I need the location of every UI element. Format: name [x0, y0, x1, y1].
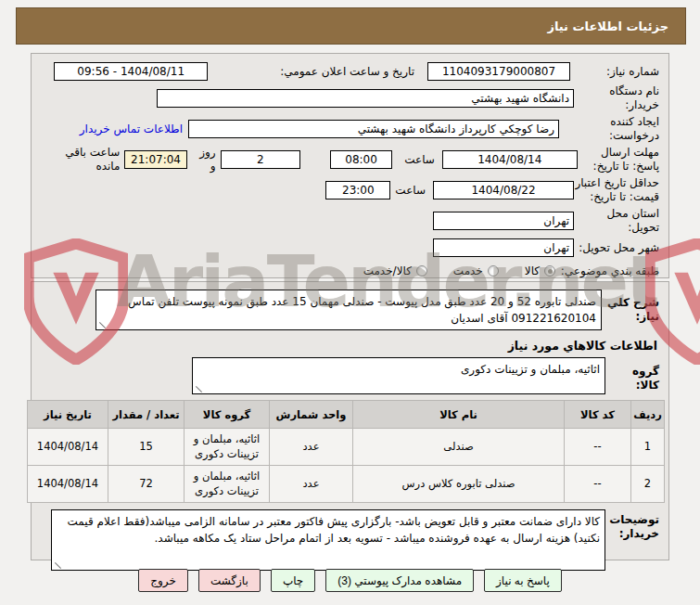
price-validity-date-field[interactable]: 1404/08/22 [433, 181, 574, 200]
buyer-contact-link[interactable]: اطلاعات تماس خريدار [80, 122, 183, 135]
row-buyer-org: نام دستگاه خريدار: دانشگاه شهيد بهشتي [41, 84, 659, 112]
buyer-notes-textarea[interactable]: کالا دارای ضمانت معتبر و قابل تعویض باشد… [51, 509, 605, 571]
table-cell: -- [565, 466, 631, 503]
view-attachments-button[interactable]: مشاهده مدارک پيوستي (3) [325, 569, 474, 592]
announce-datetime-field[interactable]: 1404/08/11 - 09:56 [54, 62, 208, 81]
reply-deadline-label: مهلت ارسال پاسخ: تا تاريخ: [578, 146, 659, 174]
row-reply-deadline: مهلت ارسال پاسخ: تا تاريخ: 1404/08/14 سا… [41, 146, 659, 174]
price-validity-hour-field[interactable]: 23:00 [325, 181, 390, 200]
table-cell: اثاثیه، مبلمان و تزیینات دکوری [185, 429, 270, 466]
table-row: 2 -- صندلی تابوره کلاس درس عدد اثاثیه، م… [28, 466, 665, 503]
table-header-cell: كد كالا [565, 401, 631, 429]
need-description-label: شرح كلي نياز: [602, 296, 659, 324]
table-header-cell: واحد شمارش [270, 401, 353, 429]
price-validity-hour-label: ساعت [395, 184, 426, 198]
page-title: جزئيات اطلاعات نياز [547, 19, 668, 33]
buyer-org-field[interactable]: دانشگاه شهيد بهشتي [157, 89, 574, 108]
city-field[interactable]: تهران [433, 238, 574, 257]
countdown-timer: 21:07:04 [124, 150, 186, 169]
table-cell: 1 [631, 429, 665, 466]
table-cell: صندلی [353, 429, 565, 466]
table-cell: 15 [108, 429, 185, 466]
respond-to-need-button[interactable]: پاسخ به نياز [484, 569, 562, 592]
goods-table: رديف كد كالا نام كالا واحد شمارش گروه كا… [27, 400, 665, 503]
action-buttons-bar: پاسخ به نياز مشاهده مدارک پيوستي (3) چاپ… [0, 569, 700, 592]
table-header-cell: گروه كالا [185, 401, 270, 429]
request-creator-field[interactable]: رضا كوچكي كارپرداز دانشگاه شهيد بهشتي [188, 120, 559, 138]
table-cell: 1404/08/14 [28, 466, 108, 503]
table-row: 1 -- صندلی عدد اثاثیه، مبلمان و تزیینات … [28, 429, 665, 466]
table-header-cell: نام كالا [353, 401, 565, 429]
row-need-description: شرح كلي نياز: صندلی تابوره 52 و 20 عدد ط… [41, 290, 659, 330]
row-request-creator: ايجاد كننده درخواست: رضا كوچكي كارپرداز … [41, 115, 659, 143]
page-title-bar: جزئيات اطلاعات نياز [16, 7, 686, 45]
need-number-label: شماره نياز: [592, 65, 659, 79]
need-number-field[interactable]: 1104093179000807 [427, 62, 570, 81]
table-cell: عدد [270, 429, 353, 466]
need-description-textarea[interactable]: صندلی تابوره 52 و 20 عدد طبق مدل پیوست -… [95, 290, 602, 330]
goods-section-title: اطلاعات كالاهاي مورد نياز [43, 339, 657, 353]
row-classification: طبقه بندي موضوعي: كالا خدمت كالا/خدمت [41, 261, 659, 281]
table-cell: اثاثیه، مبلمان و تزیینات دکوری [185, 466, 270, 503]
table-cell: -- [565, 429, 631, 466]
reply-deadline-date-field[interactable]: 1404/08/14 [442, 150, 578, 169]
classification-label: طبقه بندي موضوعي: [555, 264, 659, 278]
days-remaining-label: روز و [192, 146, 216, 174]
table-cell: عدد [270, 466, 353, 503]
classification-goods-service-option: كالا/خدمت [363, 264, 412, 277]
exit-button[interactable]: خروج [138, 569, 188, 592]
row-goods-group: گروه کالا: اثاثیه، مبلمان و تزیینات دکور… [41, 357, 659, 394]
row-province: استان محل تحويل: تهران [41, 207, 659, 235]
table-cell: 72 [108, 466, 185, 503]
city-label: شهر محل تحويل: [574, 241, 659, 255]
table-cell: 2 [631, 466, 665, 503]
table-header-cell: تعداد / مقدار [108, 401, 185, 429]
print-button[interactable]: چاپ [271, 569, 315, 592]
reply-deadline-hour-label: ساعت [404, 153, 435, 167]
buyer-org-label: نام دستگاه خريدار: [574, 84, 659, 112]
goods-table-header-row: رديف كد كالا نام كالا واحد شمارش گروه كا… [28, 401, 665, 429]
table-cell: صندلی تابوره کلاس درس [353, 466, 565, 503]
row-city: شهر محل تحويل: تهران [41, 238, 659, 258]
price-validity-label: حداقل تاريخ اعتبار قيمت: تا تاريخ: [574, 176, 659, 204]
classification-goods-service-radio[interactable] [416, 265, 427, 277]
row-buyer-notes: توضيحات خريدار: کالا دارای ضمانت معتبر و… [41, 509, 659, 571]
goods-info-panel: شرح كلي نياز: صندلی تابوره 52 و 20 عدد ط… [31, 281, 669, 560]
row-price-validity: حداقل تاريخ اعتبار قيمت: تا تاريخ: 1404/… [41, 176, 659, 204]
table-header-cell: تاريخ نياز [28, 401, 108, 429]
announce-datetime-label: تاريخ و ساعت اعلان عمومي: [280, 65, 414, 79]
back-button[interactable]: بازگشت [198, 569, 261, 592]
reply-deadline-hour-field[interactable]: 08:00 [330, 150, 392, 169]
goods-group-label: گروه کالا: [605, 357, 659, 393]
province-label: استان محل تحويل: [574, 207, 659, 235]
need-details-page: { "header": { "title": "جزئيات اطلاعات ن… [0, 0, 700, 605]
need-info-panel: شماره نياز: 1104093179000807 تاريخ و ساع… [31, 53, 669, 278]
goods-group-field[interactable]: اثاثیه، مبلمان و تزیینات دکوری [192, 357, 605, 394]
classification-service-option: خدمت [453, 264, 483, 277]
classification-goods-radio[interactable] [544, 265, 555, 277]
hours-remaining-label: ساعت باقي مانده [41, 146, 120, 174]
days-remaining-field[interactable]: 2 [221, 150, 300, 169]
buyer-notes-label: توضيحات خريدار: [605, 509, 659, 541]
classification-service-radio[interactable] [488, 265, 499, 277]
table-cell: 1404/08/14 [28, 429, 108, 466]
province-field[interactable]: تهران [433, 212, 574, 230]
table-header-cell: رديف [631, 401, 665, 429]
row-need-number: شماره نياز: 1104093179000807 تاريخ و ساع… [41, 61, 659, 82]
request-creator-label: ايجاد كننده درخواست: [559, 115, 659, 143]
classification-goods-option: كالا [525, 264, 540, 277]
